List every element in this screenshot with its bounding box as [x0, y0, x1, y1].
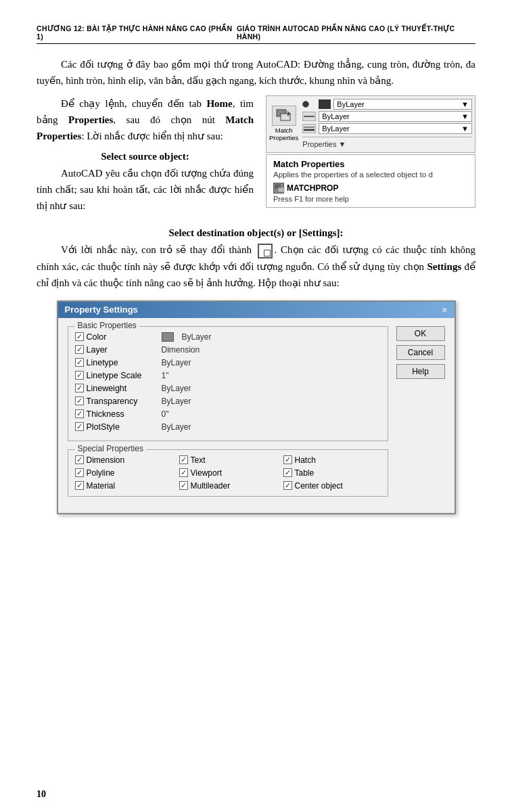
prop-value-ltscale: 1" — [162, 371, 169, 380]
tooltip-desc: Applies the properties of a selected obj… — [273, 171, 468, 179]
ok-button[interactable]: OK — [396, 326, 445, 341]
checkbox-centerobject[interactable]: ✓ — [283, 481, 292, 490]
prop-value-thickness: 0" — [162, 409, 169, 419]
match-props-btn[interactable]: MatchProperties — [269, 106, 298, 141]
basic-group-label: Basic Properties — [75, 321, 139, 330]
special-text: ✓ Text — [179, 455, 277, 465]
label-dimension: Dimension — [87, 455, 125, 465]
checkbox-dimension[interactable]: ✓ — [75, 455, 84, 464]
color-controls — [302, 99, 316, 109]
match-label: MatchProperties — [269, 127, 298, 141]
prop-check-color: ✓ Color — [75, 332, 156, 342]
prop-row-transparency: ✓ Transparency ByLayer — [75, 397, 381, 406]
checkbox-text[interactable]: ✓ — [179, 455, 188, 464]
special-material: ✓ Material — [75, 481, 172, 491]
prop-label-linetype: Linetype — [87, 358, 118, 367]
label-centerobject: Center object — [295, 481, 343, 491]
header-left: Chương 12: Bài Tập Thực Hành Nâng Cao (P… — [37, 24, 237, 41]
checkbox-color[interactable]: ✓ — [75, 332, 84, 341]
checkbox-layer[interactable]: ✓ — [75, 345, 84, 354]
page: Chương 12: Bài Tập Thực Hành Nâng Cao (P… — [0, 0, 512, 548]
properties-label[interactable]: Properties ▼ — [302, 140, 472, 148]
dialog-close-button[interactable]: × — [442, 304, 447, 315]
prop-label-color: Color — [87, 332, 107, 342]
special-viewport: ✓ Viewport — [179, 468, 277, 478]
checkbox-multileader[interactable]: ✓ — [179, 481, 188, 490]
prop-row-ltscale: ✓ Linetype Scale 1" — [75, 371, 381, 380]
checkbox-hatch[interactable]: ✓ — [283, 455, 292, 464]
matchprop-icon — [273, 183, 284, 194]
checkbox-lineweight[interactable]: ✓ — [75, 384, 84, 392]
paragraph-1: Các đối tượng ở đây bao gồm mọi thứ tron… — [37, 56, 475, 89]
match-icon-btn[interactable] — [272, 106, 296, 126]
tooltip-box: Match Properties Applies the properties … — [266, 154, 475, 208]
header-right: Giáo Trình AutoCAD Phần Nâng Cao (Lý Thu… — [237, 24, 475, 41]
cancel-button[interactable]: Cancel — [396, 345, 445, 360]
prop-value-color: ByLayer — [182, 332, 212, 342]
checkbox-thickness[interactable]: ✓ — [75, 409, 84, 418]
prop-value-linetype: ByLayer — [162, 358, 191, 367]
checkbox-plotstyle[interactable]: ✓ — [75, 422, 84, 431]
toolbar-separator — [302, 137, 472, 137]
prop-label-ltscale: Linetype Scale — [87, 371, 142, 380]
special-hatch: ✓ Hatch — [283, 455, 381, 465]
checkbox-ltscale[interactable]: ✓ — [75, 371, 84, 380]
label-text: Text — [191, 455, 206, 465]
circle-icon — [302, 101, 309, 108]
checkbox-viewport[interactable]: ✓ — [179, 468, 188, 477]
checkbox-material[interactable]: ✓ — [75, 481, 84, 490]
linetype-svg — [303, 112, 315, 120]
select-dest-heading: Select destination object(s) or [Setting… — [37, 227, 475, 239]
checkbox-table[interactable]: ✓ — [283, 468, 292, 477]
bylayer-dropdown-3[interactable]: ByLayer ▼ — [319, 123, 472, 134]
prop-check-lineweight: ✓ Lineweight — [75, 384, 156, 393]
label-hatch: Hatch — [295, 455, 316, 465]
prop-check-transparency: ✓ Transparency — [75, 397, 156, 406]
label-polyline: Polyline — [87, 468, 115, 478]
bylayer-dropdown-2[interactable]: ByLayer ▼ — [319, 111, 472, 122]
paragraph-2: Để chạy lệnh, chuyển đến tab Home, tìm b… — [37, 95, 254, 144]
toolbar-top-row: MatchProperties ByLayer ▼ — [269, 99, 472, 148]
prop-row-layer: ✓ Layer Dimension — [75, 345, 381, 355]
prop-check-layer: ✓ Layer — [75, 345, 156, 355]
toolbar-lineweight-row: ByLayer ▼ — [302, 123, 472, 134]
prop-label-transparency: Transparency — [87, 397, 138, 406]
select-source-heading: Select source object: — [37, 151, 254, 162]
label-multileader: Multileader — [191, 481, 231, 491]
properties-bold: Properties — [68, 114, 113, 125]
prop-value-transparency: ByLayer — [162, 397, 191, 406]
paragraph-3: AutoCAD yêu cầu chọn đối tượng chứa đúng… — [37, 165, 254, 214]
special-props-grid: ✓ Dimension ✓ Text ✓ Hatch ✓ — [75, 455, 381, 491]
dialog-main-content: Basic Properties ✓ Color ByLayer ✓ — [68, 326, 388, 505]
page-header: Chương 12: Bài Tập Thực Hành Nâng Cao (P… — [37, 24, 475, 44]
toolbar-linetype-row: ByLayer ▼ — [302, 111, 472, 122]
dialog-buttons: OK Cancel Help — [396, 326, 445, 505]
prop-label-plotstyle: PlotStyle — [87, 422, 120, 432]
match-props-icon — [275, 108, 293, 123]
tooltip-help: Press F1 for more help — [273, 195, 468, 203]
checkbox-linetype[interactable]: ✓ — [75, 358, 84, 367]
prop-value-plotstyle: ByLayer — [162, 422, 191, 432]
prop-value-lineweight: ByLayer — [162, 384, 191, 393]
autocad-toolbar: MatchProperties ByLayer ▼ — [266, 95, 475, 153]
prop-row-linetype: ✓ Linetype ByLayer — [75, 358, 381, 367]
two-col-block: Để chạy lệnh, chuyển đến tab Home, tìm b… — [37, 95, 475, 221]
prop-check-plotstyle: ✓ PlotStyle — [75, 422, 156, 432]
checkbox-transparency[interactable]: ✓ — [75, 397, 84, 405]
left-text: Để chạy lệnh, chuyển đến tab Home, tìm b… — [37, 95, 254, 221]
bylayer-dropdown-1[interactable]: ByLayer ▼ — [333, 99, 472, 110]
property-settings-dialog: Property Settings × Basic Properties ✓ C… — [57, 300, 456, 514]
prop-label-layer: Layer — [87, 345, 108, 355]
settings-bold: Settings — [427, 261, 461, 272]
svg-rect-7 — [278, 187, 284, 192]
label-viewport: Viewport — [191, 468, 222, 478]
dialog-title-bar: Property Settings × — [58, 302, 455, 318]
color-swatch-dialog — [162, 332, 174, 342]
prop-check-linetype: ✓ Linetype — [75, 358, 156, 367]
prop-check-ltscale: ✓ Linetype Scale — [75, 371, 156, 380]
prop-label-lineweight: Lineweight — [87, 384, 127, 393]
basic-properties-group: Basic Properties ✓ Color ByLayer ✓ — [68, 326, 388, 441]
checkbox-polyline[interactable]: ✓ — [75, 468, 84, 477]
tooltip-cmd-label: MATCHPROP — [287, 183, 338, 193]
help-button[interactable]: Help — [396, 364, 445, 379]
